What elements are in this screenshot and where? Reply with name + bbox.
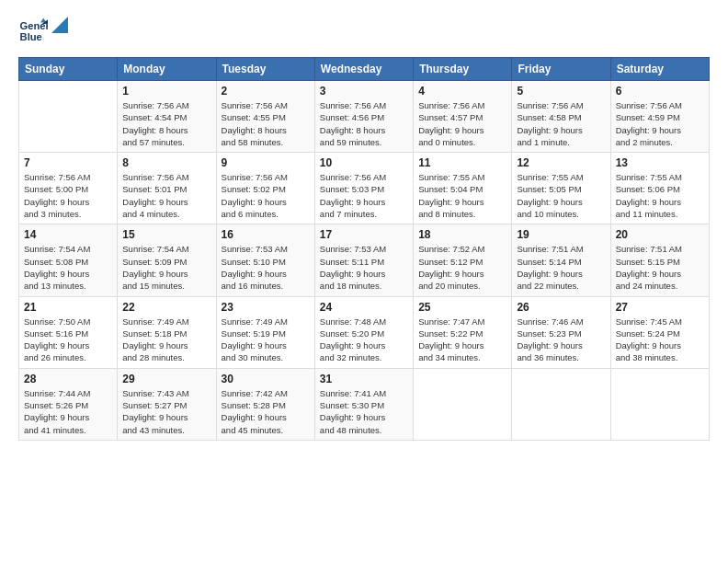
calendar-cell: 11Sunrise: 7:55 AM Sunset: 5:04 PM Dayli… [414, 153, 512, 224]
day-number: 15 [122, 228, 210, 241]
cell-info: Sunrise: 7:56 AM Sunset: 4:54 PM Dayligh… [122, 99, 210, 148]
header-day-tuesday: Tuesday [216, 58, 314, 81]
day-number: 8 [122, 156, 210, 169]
calendar-cell: 26Sunrise: 7:46 AM Sunset: 5:23 PM Dayli… [512, 296, 610, 368]
calendar-cell: 24Sunrise: 7:48 AM Sunset: 5:20 PM Dayli… [314, 296, 413, 368]
cell-info: Sunrise: 7:47 AM Sunset: 5:22 PM Dayligh… [418, 316, 506, 364]
cell-info: Sunrise: 7:49 AM Sunset: 5:18 PM Dayligh… [122, 316, 210, 364]
week-row-2: 14Sunrise: 7:54 AM Sunset: 5:08 PM Dayli… [19, 224, 710, 296]
day-number: 27 [616, 301, 704, 314]
header-day-thursday: Thursday [414, 58, 512, 81]
calendar-cell: 3Sunrise: 7:56 AM Sunset: 4:56 PM Daylig… [314, 81, 413, 153]
header-row: SundayMondayTuesdayWednesdayThursdayFrid… [19, 58, 710, 81]
header-day-sunday: Sunday [19, 58, 118, 81]
day-number: 19 [517, 228, 605, 241]
cell-info: Sunrise: 7:56 AM Sunset: 5:02 PM Dayligh… [222, 171, 310, 220]
day-number: 28 [24, 373, 112, 385]
day-number: 16 [222, 228, 310, 241]
day-number: 2 [222, 85, 310, 98]
cell-info: Sunrise: 7:46 AM Sunset: 5:23 PM Dayligh… [517, 316, 605, 364]
calendar-cell: 25Sunrise: 7:47 AM Sunset: 5:22 PM Dayli… [414, 296, 512, 368]
calendar-cell [19, 81, 118, 153]
header-day-friday: Friday [512, 58, 610, 81]
calendar-cell: 17Sunrise: 7:53 AM Sunset: 5:11 PM Dayli… [314, 224, 413, 296]
cell-info: Sunrise: 7:41 AM Sunset: 5:30 PM Dayligh… [320, 387, 408, 436]
header-day-saturday: Saturday [610, 58, 709, 81]
day-number: 13 [616, 156, 704, 169]
cell-info: Sunrise: 7:44 AM Sunset: 5:26 PM Dayligh… [24, 387, 112, 436]
day-number: 23 [222, 301, 310, 314]
calendar-cell: 7Sunrise: 7:56 AM Sunset: 5:00 PM Daylig… [19, 153, 118, 224]
week-row-4: 28Sunrise: 7:44 AM Sunset: 5:26 PM Dayli… [19, 368, 710, 440]
cell-info: Sunrise: 7:53 AM Sunset: 5:11 PM Dayligh… [320, 243, 408, 292]
week-row-0: 1Sunrise: 7:56 AM Sunset: 4:54 PM Daylig… [19, 81, 710, 153]
cell-info: Sunrise: 7:50 AM Sunset: 5:16 PM Dayligh… [24, 316, 112, 364]
calendar-cell: 18Sunrise: 7:52 AM Sunset: 5:12 PM Dayli… [414, 224, 512, 296]
page: General Blue SundayMondayTuesdayWednesda… [0, 0, 728, 450]
cell-info: Sunrise: 7:56 AM Sunset: 4:55 PM Dayligh… [222, 99, 310, 148]
calendar-cell: 10Sunrise: 7:56 AM Sunset: 5:03 PM Dayli… [314, 153, 413, 224]
day-number: 7 [24, 156, 112, 169]
calendar-cell: 13Sunrise: 7:55 AM Sunset: 5:06 PM Dayli… [610, 153, 709, 224]
day-number: 10 [320, 156, 408, 169]
calendar-cell: 20Sunrise: 7:51 AM Sunset: 5:15 PM Dayli… [610, 224, 709, 296]
cell-info: Sunrise: 7:56 AM Sunset: 5:00 PM Dayligh… [24, 171, 112, 220]
cell-info: Sunrise: 7:49 AM Sunset: 5:19 PM Dayligh… [222, 316, 310, 364]
cell-info: Sunrise: 7:55 AM Sunset: 5:05 PM Dayligh… [517, 171, 605, 220]
calendar-cell: 22Sunrise: 7:49 AM Sunset: 5:18 PM Dayli… [118, 296, 216, 368]
calendar-cell [512, 368, 610, 440]
day-number: 17 [320, 228, 408, 241]
day-number: 29 [122, 373, 210, 385]
day-number: 11 [418, 156, 506, 169]
day-number: 1 [122, 85, 210, 98]
cell-info: Sunrise: 7:51 AM Sunset: 5:14 PM Dayligh… [517, 243, 605, 292]
day-number: 18 [418, 228, 506, 241]
cell-info: Sunrise: 7:56 AM Sunset: 4:56 PM Dayligh… [320, 99, 408, 148]
calendar-cell [610, 368, 709, 440]
cell-info: Sunrise: 7:54 AM Sunset: 5:08 PM Dayligh… [24, 243, 112, 292]
cell-info: Sunrise: 7:54 AM Sunset: 5:09 PM Dayligh… [122, 243, 210, 292]
calendar-cell: 4Sunrise: 7:56 AM Sunset: 4:57 PM Daylig… [414, 81, 512, 153]
calendar-cell: 6Sunrise: 7:56 AM Sunset: 4:59 PM Daylig… [610, 81, 709, 153]
calendar-cell: 29Sunrise: 7:43 AM Sunset: 5:27 PM Dayli… [118, 368, 216, 440]
cell-info: Sunrise: 7:56 AM Sunset: 4:57 PM Dayligh… [418, 99, 506, 148]
cell-info: Sunrise: 7:43 AM Sunset: 5:27 PM Dayligh… [122, 387, 210, 436]
day-number: 31 [320, 373, 408, 385]
calendar-cell: 21Sunrise: 7:50 AM Sunset: 5:16 PM Dayli… [19, 296, 118, 368]
calendar-cell: 8Sunrise: 7:56 AM Sunset: 5:01 PM Daylig… [118, 153, 216, 224]
svg-marker-4 [51, 17, 68, 33]
cell-info: Sunrise: 7:48 AM Sunset: 5:20 PM Dayligh… [320, 316, 408, 364]
logo-triangle-icon [51, 17, 68, 33]
day-number: 3 [320, 85, 408, 98]
calendar-cell: 9Sunrise: 7:56 AM Sunset: 5:02 PM Daylig… [216, 153, 314, 224]
cell-info: Sunrise: 7:55 AM Sunset: 5:06 PM Dayligh… [616, 171, 704, 220]
header-day-wednesday: Wednesday [314, 58, 413, 81]
cell-info: Sunrise: 7:52 AM Sunset: 5:12 PM Dayligh… [418, 243, 506, 292]
calendar-cell: 14Sunrise: 7:54 AM Sunset: 5:08 PM Dayli… [19, 224, 118, 296]
day-number: 9 [222, 156, 310, 169]
calendar-cell: 15Sunrise: 7:54 AM Sunset: 5:09 PM Dayli… [118, 224, 216, 296]
day-number: 20 [616, 228, 704, 241]
calendar-cell [414, 368, 512, 440]
day-number: 12 [517, 156, 605, 169]
cell-info: Sunrise: 7:55 AM Sunset: 5:04 PM Dayligh… [418, 171, 506, 220]
calendar-cell: 19Sunrise: 7:51 AM Sunset: 5:14 PM Dayli… [512, 224, 610, 296]
day-number: 14 [24, 228, 112, 241]
cell-info: Sunrise: 7:56 AM Sunset: 5:01 PM Dayligh… [122, 171, 210, 220]
day-number: 21 [24, 301, 112, 314]
calendar-cell: 5Sunrise: 7:56 AM Sunset: 4:58 PM Daylig… [512, 81, 610, 153]
day-number: 24 [320, 301, 408, 314]
calendar-cell: 28Sunrise: 7:44 AM Sunset: 5:26 PM Dayli… [19, 368, 118, 440]
cell-info: Sunrise: 7:42 AM Sunset: 5:28 PM Dayligh… [222, 387, 310, 436]
calendar-cell: 30Sunrise: 7:42 AM Sunset: 5:28 PM Dayli… [216, 368, 314, 440]
cell-info: Sunrise: 7:56 AM Sunset: 5:03 PM Dayligh… [320, 171, 408, 220]
logo: General Blue [18, 17, 68, 46]
header: General Blue [18, 17, 710, 46]
day-number: 4 [418, 85, 506, 98]
cell-info: Sunrise: 7:56 AM Sunset: 4:58 PM Dayligh… [517, 99, 605, 148]
day-number: 30 [222, 373, 310, 385]
calendar-cell: 12Sunrise: 7:55 AM Sunset: 5:05 PM Dayli… [512, 153, 610, 224]
calendar-cell: 23Sunrise: 7:49 AM Sunset: 5:19 PM Dayli… [216, 296, 314, 368]
cell-info: Sunrise: 7:51 AM Sunset: 5:15 PM Dayligh… [616, 243, 704, 292]
cell-info: Sunrise: 7:56 AM Sunset: 4:59 PM Dayligh… [616, 99, 704, 148]
